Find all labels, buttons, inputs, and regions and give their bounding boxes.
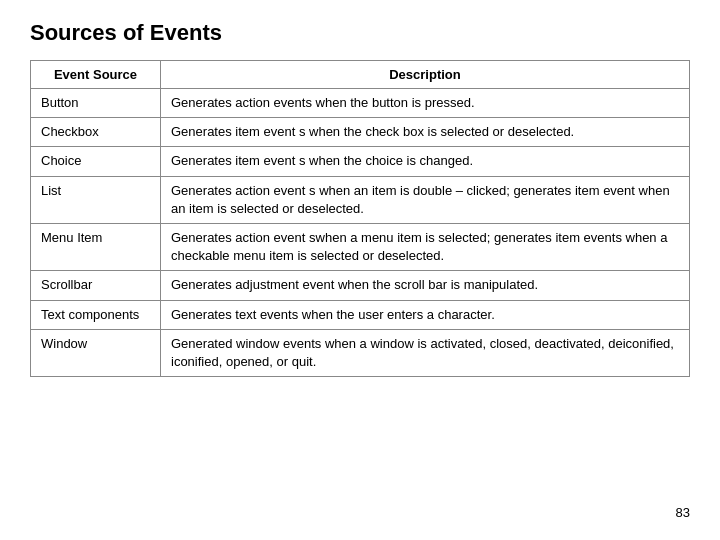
- event-source-cell: Text components: [31, 300, 161, 329]
- table-row: WindowGenerated window events when a win…: [31, 329, 690, 376]
- event-description-cell: Generates item event s when the check bo…: [161, 118, 690, 147]
- event-description-cell: Generates action event s when an item is…: [161, 176, 690, 223]
- page-number: 83: [676, 505, 690, 520]
- table-row: Text componentsGenerates text events whe…: [31, 300, 690, 329]
- table-row: Menu ItemGenerates action event swhen a …: [31, 223, 690, 270]
- event-description-cell: Generates text events when the user ente…: [161, 300, 690, 329]
- event-source-cell: Window: [31, 329, 161, 376]
- event-source-cell: Menu Item: [31, 223, 161, 270]
- table-row: ButtonGenerates action events when the b…: [31, 89, 690, 118]
- event-source-cell: List: [31, 176, 161, 223]
- page-title: Sources of Events: [30, 20, 690, 46]
- event-description-cell: Generates action events when the button …: [161, 89, 690, 118]
- col-header-description: Description: [161, 61, 690, 89]
- events-table: Event Source Description ButtonGenerates…: [30, 60, 690, 377]
- table-row: ScrollbarGenerates adjustment event when…: [31, 271, 690, 300]
- table-row: ListGenerates action event s when an ite…: [31, 176, 690, 223]
- event-description-cell: Generates adjustment event when the scro…: [161, 271, 690, 300]
- event-source-cell: Button: [31, 89, 161, 118]
- col-header-source: Event Source: [31, 61, 161, 89]
- table-row: CheckboxGenerates item event s when the …: [31, 118, 690, 147]
- event-source-cell: Choice: [31, 147, 161, 176]
- event-description-cell: Generated window events when a window is…: [161, 329, 690, 376]
- event-description-cell: Generates item event s when the choice i…: [161, 147, 690, 176]
- event-source-cell: Scrollbar: [31, 271, 161, 300]
- event-source-cell: Checkbox: [31, 118, 161, 147]
- event-description-cell: Generates action event swhen a menu item…: [161, 223, 690, 270]
- table-row: ChoiceGenerates item event s when the ch…: [31, 147, 690, 176]
